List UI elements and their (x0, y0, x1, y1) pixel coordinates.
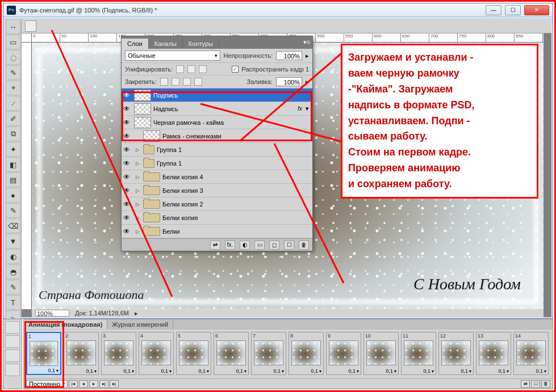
expand-icon[interactable]: ▷ (134, 229, 141, 234)
unify-visibility-icon[interactable] (187, 65, 195, 73)
frame-delay[interactable]: 0,1 (327, 368, 361, 374)
frame-delay[interactable]: 0,1 (289, 368, 323, 374)
fx-expand-icon[interactable]: ▾ (306, 105, 309, 112)
animation-frame[interactable]: 20,1 (64, 332, 99, 375)
tool-button[interactable]: ✎ (6, 203, 20, 218)
visibility-toggle-icon[interactable]: 👁 (122, 119, 132, 127)
visibility-toggle-icon[interactable]: 👁 (122, 227, 132, 235)
tool-button[interactable]: ◌ (6, 50, 20, 65)
tool-button[interactable]: ✦ (6, 142, 20, 157)
visibility-toggle-icon[interactable]: 👁 (122, 173, 132, 181)
tool-button[interactable]: ⟋ (6, 96, 20, 111)
tool-button[interactable]: ✎ (6, 280, 20, 294)
layer-row[interactable]: 👁Черная рамочка - кайма (122, 116, 312, 129)
tool-button[interactable]: ◓ (6, 264, 20, 279)
expand-icon[interactable]: ▷ (134, 147, 141, 153)
tween-button[interactable]: ⇄ (521, 380, 530, 388)
tool-button[interactable]: ✎ (6, 65, 20, 80)
layers-footer-button[interactable]: ◐ (240, 241, 250, 250)
layer-row[interactable]: 👁Надписьfx▾ (122, 102, 312, 116)
tool-button[interactable]: ⌫ (6, 218, 20, 233)
frame-delay[interactable]: 0,1 (214, 368, 248, 374)
unify-position-icon[interactable] (176, 65, 184, 73)
visibility-toggle-icon[interactable]: 👁 (122, 187, 132, 195)
lock-position-icon[interactable] (183, 78, 191, 86)
tab-layers[interactable]: Слои (122, 39, 149, 49)
dock-icon[interactable] (5, 335, 20, 348)
animation-frame[interactable]: 80,1 (289, 332, 324, 375)
opacity-flyout-icon[interactable]: ▸ (306, 52, 309, 60)
layers-footer-button[interactable]: ▭ (254, 241, 265, 250)
expand-icon[interactable]: ▷ (134, 174, 141, 180)
tab-measurement-log[interactable]: Журнал измерений (107, 320, 173, 329)
animation-frame[interactable]: 120,1 (438, 332, 474, 375)
animation-frame[interactable]: 40,1 (139, 332, 174, 375)
tool-button[interactable]: T (6, 295, 20, 310)
unify-style-icon[interactable] (199, 65, 207, 73)
tool-button[interactable]: ↔ (6, 19, 20, 34)
expand-icon[interactable]: ▷ (134, 201, 141, 207)
dock-icon[interactable] (5, 364, 20, 376)
minimize-button[interactable]: — (486, 5, 501, 15)
dock-icon[interactable] (5, 349, 20, 362)
layer-row[interactable]: 👁Подпись (122, 88, 312, 102)
loop-select[interactable]: Постоянно (26, 380, 68, 388)
last-frame-button[interactable]: ▸| (110, 380, 119, 388)
animation-frame[interactable]: 100,1 (363, 332, 399, 375)
tool-button[interactable]: ◧ (6, 157, 20, 172)
visibility-toggle-icon[interactable]: 👁 (122, 200, 132, 208)
frame-delay[interactable]: 0,1 (364, 368, 398, 374)
status-menu-icon[interactable]: ▸ (135, 310, 138, 317)
layer-row[interactable]: 👁▷Белки копия 2 (122, 197, 312, 211)
layer-row[interactable]: 👁▷Белки копия (122, 211, 312, 225)
frame-delay[interactable]: 0,1 (514, 368, 548, 374)
fill-flyout-icon[interactable]: ▸ (306, 78, 309, 86)
layers-footer-button[interactable]: ⇄ (210, 241, 220, 250)
tool-button[interactable]: ▤ (6, 172, 20, 187)
dock-icon[interactable] (5, 321, 20, 334)
tool-button[interactable]: ▼ (6, 234, 20, 248)
tab-animation[interactable]: Анимация (покадровая) (24, 320, 107, 329)
opacity-field[interactable]: 100% (276, 51, 302, 60)
prev-frame-button[interactable]: ◂ (79, 380, 88, 388)
expand-icon[interactable]: ▷ (134, 188, 141, 193)
blend-mode-select[interactable]: Обычные (125, 50, 220, 61)
visibility-toggle-icon[interactable]: 👁 (122, 105, 132, 113)
expand-icon[interactable]: ▷ (134, 215, 141, 221)
visibility-toggle-icon[interactable]: 👁 (122, 91, 132, 99)
layer-row[interactable]: 👁▷Белки (122, 225, 312, 238)
lock-all-icon[interactable] (194, 78, 202, 86)
tool-button[interactable]: ✐ (6, 111, 20, 126)
next-frame-button[interactable]: ▸| (99, 380, 108, 388)
tool-preset-icon[interactable] (25, 20, 36, 32)
fill-field[interactable]: 100% (276, 77, 302, 86)
layers-footer-button[interactable]: ◻ (269, 241, 279, 250)
frame-delay[interactable]: 0,1 (402, 368, 436, 374)
frame-delay[interactable]: 0,1 (27, 368, 60, 373)
visibility-toggle-icon[interactable]: 👁 (122, 159, 132, 167)
layer-row[interactable]: 👁▷Группа 1 (122, 143, 312, 157)
animation-frame[interactable]: 110,1 (401, 332, 436, 375)
visibility-toggle-icon[interactable]: 👁 (122, 132, 132, 140)
first-frame-button[interactable]: |◂ (69, 380, 78, 388)
zoom-field[interactable]: 100% (35, 310, 69, 317)
layer-row[interactable]: 👁Рамка - снежинками (122, 129, 312, 143)
tool-button[interactable]: ◐ (6, 249, 20, 264)
frame-delay[interactable]: 0,1 (64, 368, 98, 374)
animation-frame[interactable]: 50,1 (176, 332, 211, 375)
delete-frame-button[interactable]: 🗑 (541, 380, 550, 388)
layers-footer-button[interactable]: fx. (225, 241, 235, 250)
tool-button[interactable]: ● (6, 188, 20, 203)
visibility-toggle-icon[interactable]: 👁 (122, 214, 132, 222)
fx-badge[interactable]: fx (298, 106, 303, 112)
tab-paths[interactable]: Контуры (183, 39, 219, 49)
frame-delay[interactable]: 0,1 (439, 368, 473, 374)
layers-footer-button[interactable]: 🗑 (299, 241, 309, 250)
animation-frame[interactable]: 140,1 (513, 332, 549, 375)
maximize-button[interactable]: ☐ (505, 5, 521, 15)
expand-icon[interactable]: ▷ (134, 161, 141, 166)
layer-row[interactable]: 👁▷Группа 1 (122, 157, 312, 170)
visibility-toggle-icon[interactable]: 👁 (122, 146, 132, 154)
play-button[interactable]: ▸ (89, 380, 98, 388)
frame-delay[interactable]: 0,1 (102, 368, 136, 374)
